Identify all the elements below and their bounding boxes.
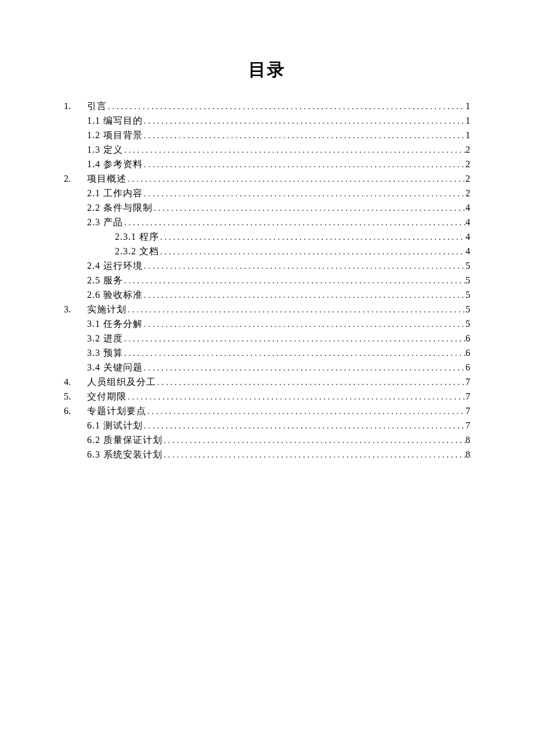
toc-number: 1. <box>64 99 87 113</box>
toc-page-number: 5 <box>466 273 470 287</box>
toc-page-number: 6 <box>466 346 470 360</box>
toc-leader-dots <box>153 201 466 215</box>
toc-leader-dots <box>143 419 466 433</box>
toc-text: 专题计划要点 <box>87 404 146 418</box>
toc-entry: 4.人员组织及分工7 <box>64 375 470 390</box>
toc-leader-dots <box>123 347 466 361</box>
toc-leader-dots <box>123 332 466 346</box>
toc-page-number: 2 <box>466 143 470 157</box>
toc-text: 6.3 系统安装计划 <box>87 448 163 462</box>
toc-page-number: 5 <box>466 288 470 302</box>
toc-page-number: 4 <box>466 230 470 244</box>
toc-text: 3.3 预算 <box>87 346 123 360</box>
toc-entry: 2.3.2 文档 4 <box>115 244 470 259</box>
toc-entry: 1.2 项目背景1 <box>87 128 470 143</box>
toc-leader-dots <box>159 231 466 244</box>
toc-entry: 2.3 产品4 <box>87 215 470 230</box>
toc-text: 2.3.1 程序 <box>115 230 159 244</box>
toc-entry: 1.4 参考资料2 <box>87 157 470 172</box>
toc-number: 4. <box>64 375 87 389</box>
toc-leader-dots <box>159 245 466 259</box>
toc-entry: 1.3 定义2 <box>87 143 470 157</box>
toc-page-number: 4 <box>466 215 470 229</box>
toc-entry: 2.5 服务5 <box>87 273 470 288</box>
toc-entry: 2.2 条件与限制4 <box>87 201 470 215</box>
toc-entry: 2.项目概述2 <box>64 172 470 186</box>
toc-leader-dots <box>146 405 466 419</box>
toc-text: 交付期限 <box>87 390 127 404</box>
toc-text: 2.5 服务 <box>87 273 123 287</box>
toc-number: 3. <box>64 303 87 316</box>
toc-page-number: 6 <box>466 332 470 345</box>
toc-text: 1.4 参考资料 <box>87 157 143 171</box>
toc-text: 实施计划 <box>87 303 127 316</box>
toc-page-number: 6 <box>466 361 470 375</box>
toc-text: 人员组织及分工 <box>87 375 156 389</box>
toc-leader-dots <box>123 143 466 157</box>
toc-leader-dots <box>163 434 466 448</box>
toc-entry: 3.3 预算6 <box>87 346 470 361</box>
toc-text: 2.3 产品 <box>87 215 123 229</box>
toc-entry: 6.专题计划要点7 <box>64 404 470 419</box>
toc-text: 1.3 定义 <box>87 143 123 157</box>
toc-text: 3.1 任务分解 <box>87 317 143 331</box>
toc-leader-dots <box>107 100 466 114</box>
toc-text: 6.1 测试计划 <box>87 419 143 433</box>
toc-entry: 1.引言1 <box>64 99 470 114</box>
toc-leader-dots <box>156 376 466 390</box>
toc-page-number: 5 <box>466 303 470 316</box>
toc-number: 6. <box>64 404 87 418</box>
toc-entry: 3.2 进度6 <box>87 332 470 346</box>
toc-text: 项目概述 <box>87 172 127 186</box>
toc-text: 1.1 编写目的 <box>87 114 143 128</box>
toc-page-number: 7 <box>466 390 470 404</box>
toc-entry: 6.3 系统安装计划8 <box>87 448 470 462</box>
toc-leader-dots <box>143 158 466 172</box>
toc-leader-dots <box>143 260 466 273</box>
toc-text: 6.2 质量保证计划 <box>87 433 163 447</box>
toc-text: 2.2 条件与限制 <box>87 201 153 215</box>
toc-leader-dots <box>127 303 466 317</box>
toc-page-number: 8 <box>466 448 470 462</box>
toc-page-number: 2 <box>466 172 470 186</box>
toc-number: 2. <box>64 172 87 186</box>
toc-text: 2.6 验收标准 <box>87 288 143 302</box>
toc-entry: 2.6 验收标准5 <box>87 288 470 303</box>
toc-entry: 3.1 任务分解5 <box>87 317 470 332</box>
toc-page-number: 4 <box>466 201 470 215</box>
toc-entry: 3.实施计划5 <box>64 303 470 317</box>
toc-leader-dots <box>143 318 466 332</box>
toc-number: 5. <box>64 390 87 404</box>
toc-text: 引言 <box>87 99 107 113</box>
toc-leader-dots <box>127 390 466 404</box>
toc-leader-dots <box>123 216 466 230</box>
toc-entry: 2.3.1 程序 4 <box>115 230 470 244</box>
toc-page-number: 4 <box>466 244 470 258</box>
toc-leader-dots <box>127 172 466 186</box>
toc-entry: 1.1 编写目的1 <box>87 114 470 128</box>
toc-text: 2.3.2 文档 <box>115 244 159 258</box>
toc-container: 1.引言11.1 编写目的11.2 项目背景11.3 定义21.4 参考资料22… <box>64 99 470 462</box>
toc-page-number: 1 <box>466 128 470 142</box>
toc-entry: 6.1 测试计划7 <box>87 419 470 433</box>
toc-page-number: 7 <box>466 404 470 418</box>
toc-page-number: 7 <box>466 419 470 433</box>
toc-entry: 3.4 关键问题6 <box>87 361 470 375</box>
toc-entry: 2.4 运行环境5 <box>87 259 470 273</box>
toc-entry: 2.1 工作内容2 <box>87 186 470 201</box>
toc-page-number: 5 <box>466 259 470 273</box>
toc-text: 2.1 工作内容 <box>87 186 143 200</box>
toc-leader-dots <box>143 361 466 375</box>
toc-title: 目录 <box>64 58 470 82</box>
toc-leader-dots <box>123 274 466 288</box>
toc-leader-dots <box>143 114 466 128</box>
toc-page-number: 2 <box>466 186 470 200</box>
toc-leader-dots <box>143 289 466 303</box>
toc-page-number: 1 <box>466 99 470 113</box>
toc-entry: 6.2 质量保证计划8 <box>87 433 470 448</box>
toc-page-number: 5 <box>466 317 470 331</box>
toc-page-number: 8 <box>466 433 470 447</box>
toc-leader-dots <box>143 129 466 143</box>
toc-entry: 5.交付期限7 <box>64 390 470 404</box>
toc-leader-dots <box>163 448 466 462</box>
